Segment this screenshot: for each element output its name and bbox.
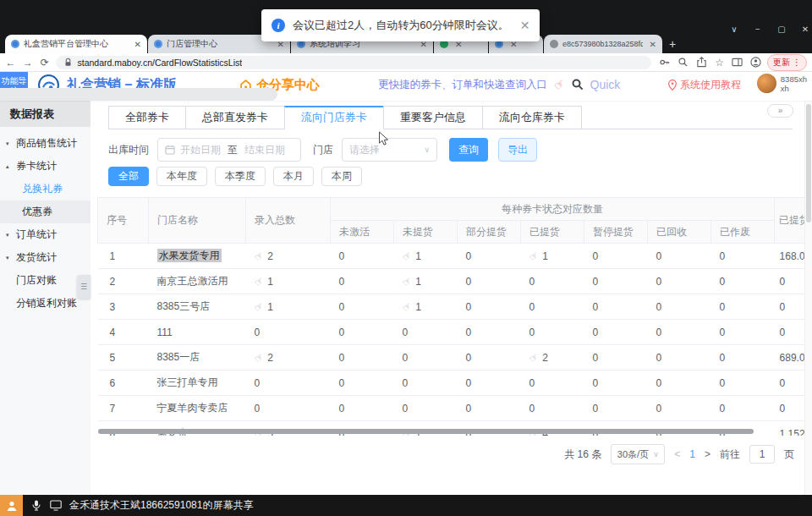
- count-cell[interactable]: ☞1: [394, 294, 458, 320]
- forward-icon[interactable]: →: [22, 54, 33, 71]
- amount-cell: 0: [775, 294, 804, 320]
- microphone-icon[interactable]: [31, 500, 41, 511]
- current-page[interactable]: 1: [689, 448, 695, 460]
- chevron-down-icon: ∨: [653, 450, 659, 458]
- address-bar[interactable]: standard.maboy.cn/CardFlowStatisticsList: [56, 56, 651, 69]
- count-cell[interactable]: ☞1: [521, 244, 584, 269]
- row-index: 7: [98, 396, 149, 421]
- browser-tab[interactable]: 礼盒营销平台管理中心✕: [5, 35, 147, 53]
- sidebar-item-order-stats[interactable]: ▾订单统计: [0, 223, 91, 246]
- sidebar-item-card-stats[interactable]: ▴券卡统计: [0, 155, 91, 178]
- content-tab[interactable]: 重要客户信息: [383, 106, 482, 129]
- quick-filter-button[interactable]: 本月: [273, 167, 314, 186]
- vertical-scrollbar[interactable]: [804, 101, 812, 495]
- count-cell: 0: [648, 269, 711, 294]
- caret-icon: ▾: [6, 223, 9, 246]
- tab-favicon-blue: [154, 40, 162, 48]
- date-range-input[interactable]: 开始日期 至 结束日期: [157, 138, 301, 162]
- count-cell: 0: [458, 371, 521, 396]
- share-icon[interactable]: [696, 57, 707, 68]
- hand-icon: ☞: [251, 249, 266, 264]
- screen-share-icon[interactable]: [50, 500, 62, 511]
- quick-filter-button[interactable]: 本周: [321, 167, 362, 186]
- count-cell[interactable]: ☞2: [521, 345, 584, 371]
- minimize-icon[interactable]: −: [753, 25, 763, 34]
- sidebar-item-discount-coupon[interactable]: 优惠券: [0, 200, 91, 223]
- zoom-icon[interactable]: [678, 57, 689, 68]
- browser-toolbar: ← → ⟳ standard.maboy.cn/CardFlowStatisti…: [0, 53, 812, 72]
- sidebar-item-exchange-gift-coupon[interactable]: 兑换礼券: [0, 178, 91, 200]
- update-button[interactable]: 更新 ⋮: [767, 54, 807, 71]
- profile-icon[interactable]: [750, 57, 761, 68]
- count-cell: 0: [584, 371, 648, 396]
- export-button[interactable]: 导出: [498, 138, 537, 162]
- quick-filter-button[interactable]: 本季度: [215, 167, 266, 186]
- avatar: [757, 74, 776, 93]
- column-subheader: 暂停提货: [584, 221, 648, 244]
- split-screen-icon[interactable]: [732, 57, 743, 68]
- next-page-button[interactable]: >: [705, 448, 710, 460]
- count-cell[interactable]: ☞2: [246, 244, 331, 269]
- bookmark-star-icon[interactable]: ☆: [715, 58, 724, 68]
- update-label: 更新: [773, 57, 790, 69]
- count-cell[interactable]: ☞1: [394, 269, 458, 294]
- statistics-table-wrap: 序号门店名称录入总数每种券卡状态对应数量已提货金额未激活未提货部分提货已提货暂停…: [97, 197, 804, 436]
- count-cell[interactable]: ☞1: [394, 244, 458, 269]
- search-button[interactable]: 查询: [449, 138, 488, 162]
- tab-title: e8c573980b1328a258fd2e61: [562, 40, 643, 48]
- count-cell: 0: [246, 371, 331, 396]
- content-tab[interactable]: 流向仓库券卡: [482, 106, 582, 129]
- back-icon[interactable]: ←: [5, 54, 16, 71]
- content-tab[interactable]: 全部券卡: [108, 106, 185, 129]
- count-cell: 0: [584, 294, 648, 320]
- count-cell: 0: [246, 396, 331, 421]
- tab-close-icon[interactable]: ✕: [650, 40, 656, 49]
- count-cell[interactable]: ☞1: [246, 294, 331, 320]
- prev-page-button[interactable]: <: [674, 448, 680, 460]
- tutorial-link[interactable]: 系统使用教程: [668, 72, 741, 97]
- key-icon[interactable]: [659, 57, 670, 68]
- count-cell[interactable]: ☞1: [246, 269, 331, 294]
- sidebar-item-goods-sales-stats[interactable]: ▾商品销售统计: [0, 132, 91, 155]
- toast-close-icon[interactable]: ✕: [520, 19, 530, 32]
- count-cell: 0: [711, 345, 775, 371]
- sidebar-collapse-handle[interactable]: ☰: [77, 275, 91, 299]
- assistant-badge[interactable]: [0, 495, 23, 516]
- horizontal-scrollbar[interactable]: [98, 429, 754, 434]
- quick-filter-button[interactable]: 本年度: [156, 167, 207, 186]
- column-group-header: 每种券卡状态对应数量: [331, 198, 775, 221]
- user-menu[interactable]: 8385xh xh: [757, 74, 807, 93]
- scrollbar-thumb[interactable]: [806, 104, 811, 222]
- maximize-icon[interactable]: ▢: [776, 25, 787, 34]
- count-cell[interactable]: ☞2: [246, 345, 331, 371]
- count-cell: 0: [394, 320, 458, 345]
- store-name-cell: 宁夏羊肉专卖店: [149, 396, 246, 421]
- quick-filters: 全部本年度本季度本月本周: [108, 167, 362, 186]
- store-name-cell: 8385三号店: [149, 294, 246, 320]
- count-cell: 0: [331, 371, 394, 396]
- tab-close-icon[interactable]: ✕: [134, 40, 141, 49]
- expand-tabs-button[interactable]: »: [767, 104, 793, 118]
- pointing-hand-icon: ☞: [551, 76, 568, 93]
- count-cell: 0: [458, 244, 521, 269]
- chevron-down-icon: ∨: [424, 145, 430, 154]
- count-cell: 0: [711, 269, 775, 294]
- tab-search-icon[interactable]: ∨: [729, 25, 739, 34]
- new-tab-button[interactable]: +: [663, 35, 682, 53]
- browser-tab[interactable]: e8c573980b1328a258fd2e61✕: [544, 35, 662, 53]
- store-name-cell: 南京王总激活用: [149, 269, 246, 294]
- count-cell: 0: [458, 396, 521, 421]
- row-index: 1: [98, 244, 149, 269]
- goto-page-input[interactable]: [749, 445, 775, 464]
- count-cell: 0: [521, 371, 584, 396]
- window-close-icon[interactable]: ✕: [800, 25, 810, 34]
- quick-entry[interactable]: 更快捷的券卡、订单和快递查询入口 ☞ Quick: [378, 72, 620, 97]
- sidebar-item-shipping-stats[interactable]: ▾发货统计: [0, 246, 91, 269]
- browser-menu-icon[interactable]: ⋮: [793, 58, 801, 67]
- reload-icon[interactable]: ⟳: [39, 54, 50, 71]
- content-tab[interactable]: 流向门店券卡: [284, 106, 383, 129]
- page-size-select[interactable]: 30条/页 ∨: [611, 444, 665, 464]
- quick-filter-button[interactable]: 全部: [108, 167, 149, 186]
- hand-icon: ☞: [399, 249, 414, 264]
- content-tab[interactable]: 总部直发券卡: [185, 106, 284, 129]
